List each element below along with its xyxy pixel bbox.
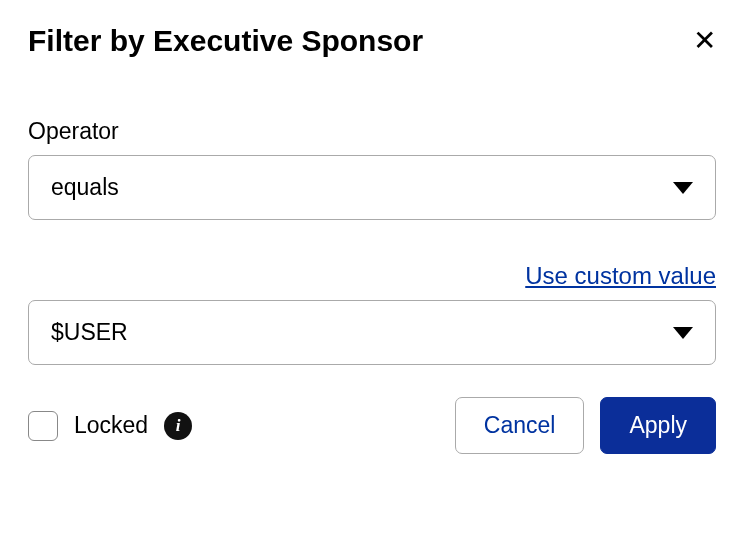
- cancel-button[interactable]: Cancel: [455, 397, 585, 454]
- dialog-header: Filter by Executive Sponsor ✕: [28, 24, 716, 58]
- value-field: $USER: [28, 300, 716, 365]
- value-select-value: $USER: [51, 319, 128, 346]
- locked-group: Locked i: [28, 411, 192, 441]
- use-custom-value-link[interactable]: Use custom value: [525, 262, 716, 290]
- dialog-title: Filter by Executive Sponsor: [28, 24, 423, 58]
- apply-button[interactable]: Apply: [600, 397, 716, 454]
- dialog-footer: Locked i Cancel Apply: [28, 397, 716, 454]
- custom-value-row: Use custom value: [28, 262, 716, 290]
- operator-select[interactable]: equals: [28, 155, 716, 220]
- close-icon[interactable]: ✕: [693, 27, 716, 55]
- locked-checkbox[interactable]: [28, 411, 58, 441]
- button-group: Cancel Apply: [455, 397, 716, 454]
- chevron-down-icon: [673, 182, 693, 194]
- value-select[interactable]: $USER: [28, 300, 716, 365]
- chevron-down-icon: [673, 327, 693, 339]
- operator-value: equals: [51, 174, 119, 201]
- info-icon[interactable]: i: [164, 412, 192, 440]
- locked-label: Locked: [74, 412, 148, 439]
- operator-label: Operator: [28, 118, 716, 145]
- operator-field: Operator equals: [28, 118, 716, 220]
